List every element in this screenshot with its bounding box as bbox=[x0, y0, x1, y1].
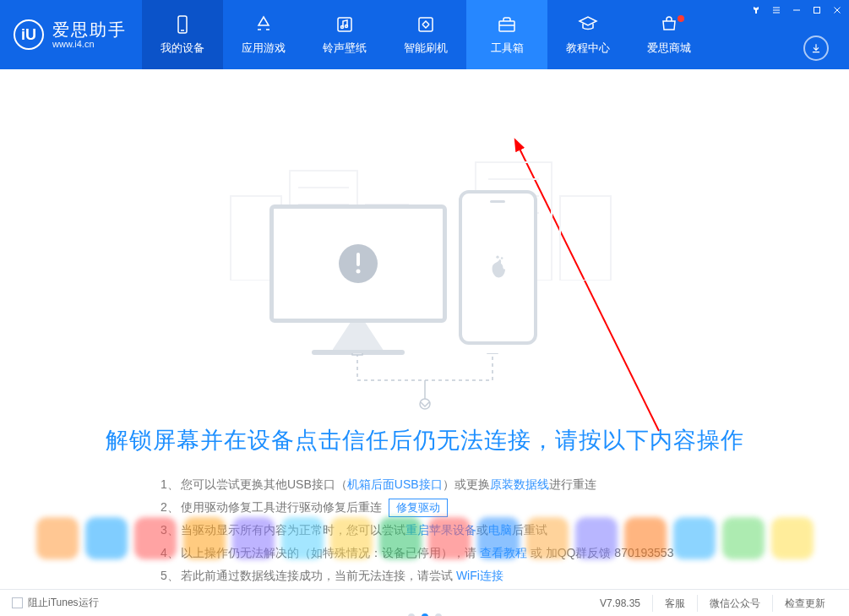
version-label: V7.98.35 bbox=[600, 597, 652, 609]
support-link[interactable]: 客服 bbox=[652, 595, 697, 612]
app-tile bbox=[330, 517, 373, 559]
logo-area: iU 爱思助手 www.i4.cn bbox=[0, 0, 142, 69]
app-tile bbox=[379, 517, 422, 559]
app-tile bbox=[134, 517, 177, 559]
maximize-icon[interactable] bbox=[810, 3, 824, 17]
nav-label: 工具箱 bbox=[491, 41, 524, 56]
check-update-link[interactable]: 检查更新 bbox=[772, 595, 837, 612]
wifi-connect-link[interactable]: WiFi连接 bbox=[456, 569, 503, 582]
app-tile bbox=[771, 517, 814, 559]
toolbox-icon bbox=[496, 14, 518, 35]
step-5: 5、 若此前通过数据线连接成功，当前无法连接，请尝试 WiFi连接 bbox=[161, 564, 739, 587]
app-tile bbox=[281, 517, 324, 559]
step-1: 1、 您可以尝试更换其他USB接口（机箱后面USB接口）或更换原装数据线进行重连 bbox=[161, 473, 739, 496]
svg-rect-28 bbox=[356, 253, 360, 266]
main-nav: 我的设备 应用游戏 铃声壁纸 智能刷机 工具箱 教程中心 爱思商城 bbox=[142, 0, 710, 69]
cable-hint-link[interactable]: 原装数据线 bbox=[490, 477, 549, 491]
nav-apps[interactable]: 应用游戏 bbox=[223, 0, 304, 69]
exclamation-icon bbox=[339, 244, 378, 283]
nav-label: 铃声壁纸 bbox=[323, 41, 367, 56]
app-tile bbox=[36, 517, 79, 559]
app-icon bbox=[253, 14, 275, 35]
tutorial-icon bbox=[577, 14, 599, 35]
app-tile bbox=[183, 517, 226, 559]
svg-rect-13 bbox=[814, 8, 820, 14]
svg-rect-21 bbox=[560, 196, 611, 281]
app-tile bbox=[722, 517, 765, 559]
flash-icon bbox=[415, 14, 437, 35]
device-illustration bbox=[155, 103, 695, 407]
svg-point-34 bbox=[420, 399, 430, 409]
svg-point-6 bbox=[346, 25, 348, 28]
status-bar: 阻止iTunes运行 V7.98.35 客服 微信公众号 检查更新 bbox=[0, 589, 849, 616]
nav-flash[interactable]: 智能刷机 bbox=[385, 0, 466, 69]
download-button[interactable] bbox=[803, 35, 829, 61]
skin-icon[interactable] bbox=[749, 3, 763, 17]
svg-rect-4 bbox=[338, 18, 351, 31]
nav-my-device[interactable]: 我的设备 bbox=[142, 0, 223, 69]
app-name: 爱思助手 bbox=[52, 20, 127, 39]
wechat-link[interactable]: 微信公众号 bbox=[697, 595, 772, 612]
minimize-icon[interactable] bbox=[790, 3, 803, 17]
app-tile bbox=[673, 517, 716, 559]
nav-label: 智能刷机 bbox=[404, 41, 448, 56]
svg-rect-32 bbox=[352, 353, 362, 355]
app-tile bbox=[624, 517, 667, 559]
nav-label: 教程中心 bbox=[566, 41, 610, 56]
shop-icon bbox=[658, 14, 680, 35]
nav-label: 我的设备 bbox=[161, 41, 204, 56]
device-icon bbox=[171, 14, 193, 35]
svg-point-30 bbox=[496, 255, 498, 258]
app-icons-row bbox=[0, 515, 849, 562]
svg-rect-7 bbox=[419, 18, 433, 31]
monitor-illustration bbox=[269, 204, 447, 373]
app-tile bbox=[428, 517, 471, 559]
nav-shop[interactable]: 爱思商城 bbox=[629, 0, 710, 69]
notification-dot bbox=[678, 15, 684, 22]
phone-illustration bbox=[459, 190, 537, 345]
nav-label: 爱思商城 bbox=[647, 41, 691, 56]
nav-toolbox[interactable]: 工具箱 bbox=[466, 0, 547, 69]
svg-point-5 bbox=[341, 26, 344, 29]
ringtone-icon bbox=[334, 14, 356, 35]
app-url: www.i4.cn bbox=[52, 39, 127, 49]
app-tile bbox=[526, 517, 569, 559]
nav-ringtone[interactable]: 铃声壁纸 bbox=[304, 0, 385, 69]
app-tile bbox=[232, 517, 275, 559]
usb-cable bbox=[324, 353, 543, 421]
window-controls bbox=[749, 3, 844, 17]
app-tile bbox=[477, 517, 520, 559]
block-itunes-checkbox[interactable] bbox=[12, 597, 23, 608]
app-tile bbox=[575, 517, 618, 559]
instructions-title: 解锁屏幕并在设备点击信任后仍无法连接，请按以下内容操作 bbox=[0, 425, 849, 455]
main-content: 解锁屏幕并在设备点击信任后仍无法连接，请按以下内容操作 1、 您可以尝试更换其他… bbox=[0, 69, 849, 589]
nav-label: 应用游戏 bbox=[242, 41, 286, 56]
logo-icon: iU bbox=[14, 19, 44, 50]
app-tile bbox=[85, 517, 128, 559]
menu-icon[interactable] bbox=[770, 3, 783, 17]
close-icon[interactable] bbox=[830, 3, 844, 17]
svg-point-29 bbox=[356, 270, 360, 274]
svg-rect-8 bbox=[499, 21, 514, 31]
nav-tutorial[interactable]: 教程中心 bbox=[547, 0, 629, 69]
usb-hint-link[interactable]: 机箱后面USB接口 bbox=[347, 477, 443, 491]
svg-point-31 bbox=[501, 257, 503, 259]
app-header: iU 爱思助手 www.i4.cn 我的设备 应用游戏 铃声壁纸 智能刷机 工具… bbox=[0, 0, 849, 69]
block-itunes-label: 阻止iTunes运行 bbox=[28, 596, 99, 610]
